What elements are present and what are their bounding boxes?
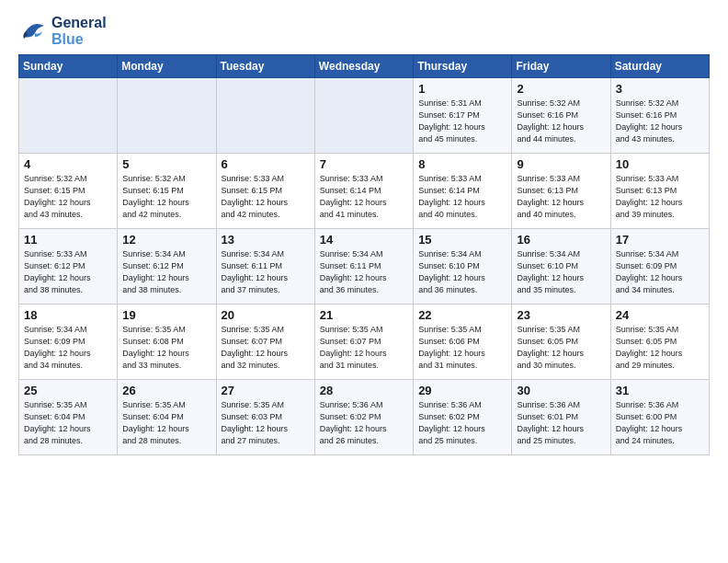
day-number: 3 xyxy=(616,82,704,96)
cell-info: Sunrise: 5:35 AMSunset: 6:05 PMDaylight:… xyxy=(517,324,605,372)
calendar-cell: 12Sunrise: 5:34 AMSunset: 6:12 PMDayligh… xyxy=(118,229,216,304)
calendar-cell xyxy=(314,78,413,154)
day-number: 10 xyxy=(616,157,704,171)
week-row: 11Sunrise: 5:33 AMSunset: 6:12 PMDayligh… xyxy=(19,229,710,304)
day-number: 20 xyxy=(222,308,310,322)
day-number: 16 xyxy=(517,233,605,247)
cell-info: Sunrise: 5:35 AMSunset: 6:04 PMDaylight:… xyxy=(122,399,210,447)
cell-info: Sunrise: 5:34 AMSunset: 6:11 PMDaylight:… xyxy=(222,248,310,296)
calendar-cell: 3Sunrise: 5:32 AMSunset: 6:16 PMDaylight… xyxy=(610,78,709,154)
cell-info: Sunrise: 5:33 AMSunset: 6:14 PMDaylight:… xyxy=(418,173,506,221)
calendar-cell: 26Sunrise: 5:35 AMSunset: 6:04 PMDayligh… xyxy=(118,380,216,455)
calendar-cell: 11Sunrise: 5:33 AMSunset: 6:12 PMDayligh… xyxy=(19,229,118,304)
calendar-cell: 22Sunrise: 5:35 AMSunset: 6:06 PMDayligh… xyxy=(414,304,512,380)
calendar-cell: 21Sunrise: 5:35 AMSunset: 6:07 PMDayligh… xyxy=(314,304,413,380)
day-number: 19 xyxy=(122,308,210,322)
col-header-thursday: Thursday xyxy=(414,55,512,78)
cell-info: Sunrise: 5:36 AMSunset: 6:02 PMDaylight:… xyxy=(418,399,506,447)
day-number: 25 xyxy=(24,384,112,397)
cell-info: Sunrise: 5:35 AMSunset: 6:08 PMDaylight:… xyxy=(122,324,210,372)
cell-info: Sunrise: 5:35 AMSunset: 6:05 PMDaylight:… xyxy=(616,324,704,372)
calendar-cell xyxy=(19,78,118,154)
cell-info: Sunrise: 5:34 AMSunset: 6:09 PMDaylight:… xyxy=(24,324,112,372)
logo-text: General Blue xyxy=(51,15,107,47)
calendar-cell: 18Sunrise: 5:34 AMSunset: 6:09 PMDayligh… xyxy=(19,304,118,380)
calendar-cell: 28Sunrise: 5:36 AMSunset: 6:02 PMDayligh… xyxy=(314,380,413,455)
day-number: 24 xyxy=(616,308,704,322)
day-number: 5 xyxy=(122,157,210,171)
header-row: SundayMondayTuesdayWednesdayThursdayFrid… xyxy=(19,55,710,78)
col-header-tuesday: Tuesday xyxy=(216,55,314,78)
cell-info: Sunrise: 5:34 AMSunset: 6:11 PMDaylight:… xyxy=(320,248,408,296)
calendar-cell: 6Sunrise: 5:33 AMSunset: 6:15 PMDaylight… xyxy=(216,154,314,229)
day-number: 12 xyxy=(122,233,210,247)
cell-info: Sunrise: 5:31 AMSunset: 6:17 PMDaylight:… xyxy=(418,98,506,145)
cell-info: Sunrise: 5:35 AMSunset: 6:07 PMDaylight:… xyxy=(320,324,408,372)
day-number: 27 xyxy=(222,384,310,397)
day-number: 8 xyxy=(418,157,506,171)
calendar-cell: 13Sunrise: 5:34 AMSunset: 6:11 PMDayligh… xyxy=(216,229,314,304)
calendar-cell: 17Sunrise: 5:34 AMSunset: 6:09 PMDayligh… xyxy=(610,229,709,304)
calendar-cell: 24Sunrise: 5:35 AMSunset: 6:05 PMDayligh… xyxy=(610,304,709,380)
day-number: 31 xyxy=(616,384,704,397)
day-number: 7 xyxy=(320,157,408,171)
day-number: 2 xyxy=(517,82,605,96)
day-number: 15 xyxy=(418,233,506,247)
week-row: 1Sunrise: 5:31 AMSunset: 6:17 PMDaylight… xyxy=(19,78,710,154)
calendar-cell: 2Sunrise: 5:32 AMSunset: 6:16 PMDaylight… xyxy=(512,78,610,154)
col-header-monday: Monday xyxy=(118,55,216,78)
calendar-cell: 25Sunrise: 5:35 AMSunset: 6:04 PMDayligh… xyxy=(19,380,118,455)
header: General Blue xyxy=(18,15,710,47)
page: General Blue SundayMondayTuesdayWednesda… xyxy=(0,0,728,465)
cell-info: Sunrise: 5:33 AMSunset: 6:13 PMDaylight:… xyxy=(616,173,704,221)
calendar-cell xyxy=(216,78,314,154)
calendar-cell xyxy=(118,78,216,154)
cell-info: Sunrise: 5:34 AMSunset: 6:10 PMDaylight:… xyxy=(418,248,506,296)
calendar-cell: 29Sunrise: 5:36 AMSunset: 6:02 PMDayligh… xyxy=(414,380,512,455)
calendar-cell: 4Sunrise: 5:32 AMSunset: 6:15 PMDaylight… xyxy=(19,154,118,229)
day-number: 28 xyxy=(320,384,408,397)
day-number: 29 xyxy=(418,384,506,397)
cell-info: Sunrise: 5:35 AMSunset: 6:06 PMDaylight:… xyxy=(418,324,506,372)
day-number: 26 xyxy=(122,384,210,397)
day-number: 21 xyxy=(320,308,408,322)
calendar-cell: 16Sunrise: 5:34 AMSunset: 6:10 PMDayligh… xyxy=(512,229,610,304)
calendar-cell: 15Sunrise: 5:34 AMSunset: 6:10 PMDayligh… xyxy=(414,229,512,304)
day-number: 4 xyxy=(24,157,112,171)
col-header-friday: Friday xyxy=(512,55,610,78)
logo: General Blue xyxy=(18,15,107,47)
calendar-cell: 5Sunrise: 5:32 AMSunset: 6:15 PMDaylight… xyxy=(118,154,216,229)
cell-info: Sunrise: 5:35 AMSunset: 6:07 PMDaylight:… xyxy=(222,324,310,372)
cell-info: Sunrise: 5:34 AMSunset: 6:10 PMDaylight:… xyxy=(517,248,605,296)
day-number: 22 xyxy=(418,308,506,322)
calendar-cell: 1Sunrise: 5:31 AMSunset: 6:17 PMDaylight… xyxy=(414,78,512,154)
cell-info: Sunrise: 5:32 AMSunset: 6:15 PMDaylight:… xyxy=(24,173,112,221)
calendar-cell: 20Sunrise: 5:35 AMSunset: 6:07 PMDayligh… xyxy=(216,304,314,380)
calendar-cell: 7Sunrise: 5:33 AMSunset: 6:14 PMDaylight… xyxy=(314,154,413,229)
cell-info: Sunrise: 5:35 AMSunset: 6:04 PMDaylight:… xyxy=(24,399,112,447)
calendar-cell: 27Sunrise: 5:35 AMSunset: 6:03 PMDayligh… xyxy=(216,380,314,455)
cell-info: Sunrise: 5:33 AMSunset: 6:15 PMDaylight:… xyxy=(222,173,310,221)
day-number: 17 xyxy=(616,233,704,247)
calendar-cell: 31Sunrise: 5:36 AMSunset: 6:00 PMDayligh… xyxy=(610,380,709,455)
day-number: 13 xyxy=(222,233,310,247)
cell-info: Sunrise: 5:33 AMSunset: 6:13 PMDaylight:… xyxy=(517,173,605,221)
calendar-cell: 8Sunrise: 5:33 AMSunset: 6:14 PMDaylight… xyxy=(414,154,512,229)
logo-icon xyxy=(18,18,48,44)
cell-info: Sunrise: 5:33 AMSunset: 6:12 PMDaylight:… xyxy=(24,248,112,296)
calendar-cell: 14Sunrise: 5:34 AMSunset: 6:11 PMDayligh… xyxy=(314,229,413,304)
cell-info: Sunrise: 5:35 AMSunset: 6:03 PMDaylight:… xyxy=(222,399,310,447)
cell-info: Sunrise: 5:32 AMSunset: 6:16 PMDaylight:… xyxy=(616,98,704,145)
cell-info: Sunrise: 5:32 AMSunset: 6:15 PMDaylight:… xyxy=(122,173,210,221)
calendar-cell: 9Sunrise: 5:33 AMSunset: 6:13 PMDaylight… xyxy=(512,154,610,229)
day-number: 30 xyxy=(517,384,605,397)
calendar-cell: 10Sunrise: 5:33 AMSunset: 6:13 PMDayligh… xyxy=(610,154,709,229)
day-number: 6 xyxy=(222,157,310,171)
day-number: 1 xyxy=(418,82,506,96)
day-number: 14 xyxy=(320,233,408,247)
calendar-table: SundayMondayTuesdayWednesdayThursdayFrid… xyxy=(18,54,710,455)
cell-info: Sunrise: 5:36 AMSunset: 6:00 PMDaylight:… xyxy=(616,399,704,447)
day-number: 9 xyxy=(517,157,605,171)
cell-info: Sunrise: 5:32 AMSunset: 6:16 PMDaylight:… xyxy=(517,98,605,145)
col-header-wednesday: Wednesday xyxy=(314,55,413,78)
